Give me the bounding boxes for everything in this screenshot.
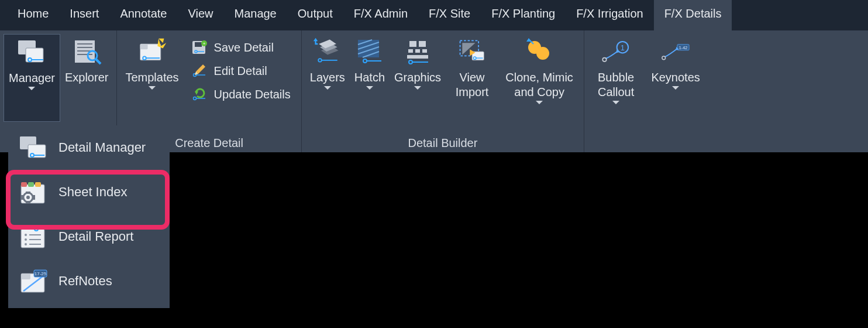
edit-detail-label: Edit Detail: [214, 64, 267, 78]
tab-fx-admin[interactable]: F/X Admin: [343, 0, 418, 30]
update-icon: [191, 86, 208, 103]
hatch-label: Hatch: [354, 70, 385, 85]
update-details-button[interactable]: Update Details: [187, 83, 294, 105]
tab-fx-irrigation[interactable]: F/X Irrigation: [566, 0, 653, 30]
graphics-icon: [402, 36, 433, 67]
dropdown-refnotes[interactable]: 17-25 RefNotes: [8, 259, 170, 303]
graphics-label: Graphics: [394, 70, 441, 85]
svg-rect-1: [18, 40, 25, 45]
templates-icon: [137, 36, 167, 67]
svg-text:+: +: [202, 41, 205, 46]
svg-rect-48: [422, 49, 427, 53]
view-import-icon: [457, 36, 487, 67]
layers-button[interactable]: Layers: [305, 34, 350, 122]
manager-label: Manager: [9, 71, 55, 86]
bubble-callout-icon: 1: [601, 36, 631, 67]
svg-point-88: [25, 234, 27, 236]
tab-fx-planting[interactable]: F/X Planting: [481, 0, 566, 30]
dropdown-caret-icon: [672, 86, 679, 90]
dropdown-sheet-index[interactable]: Sheet Index: [8, 170, 170, 214]
dropdown-caret-icon: [612, 101, 619, 104]
svg-text:1-42: 1-42: [679, 45, 687, 50]
dropdown-caret-icon: [536, 101, 543, 104]
svg-point-69: [662, 56, 666, 60]
clone-mimic-copy-label: Clone, Mimic and Copy: [503, 70, 576, 100]
svg-rect-83: [21, 195, 24, 200]
right-panel-title: [588, 134, 707, 150]
save-detail-button[interactable]: + Save Detail: [187, 36, 294, 59]
update-details-label: Update Details: [214, 88, 291, 101]
tab-output[interactable]: Output: [287, 0, 343, 30]
svg-line-11: [96, 59, 101, 64]
sheet-index-icon: [18, 178, 49, 206]
refnotes-icon: 17-25: [18, 267, 49, 295]
svg-rect-45: [419, 41, 426, 47]
tab-fx-site[interactable]: F/X Site: [418, 0, 481, 30]
detail-report-icon: [18, 223, 49, 251]
svg-point-42: [363, 59, 367, 63]
svg-marker-34: [314, 38, 318, 42]
explorer-icon: [71, 36, 102, 67]
hatch-button[interactable]: Hatch: [350, 34, 390, 122]
tab-home[interactable]: Home: [7, 0, 59, 30]
manager-icon: [16, 37, 47, 67]
bubble-callout-button[interactable]: 1 Bubble Callout: [588, 34, 644, 122]
dropdown-caret-icon: [324, 86, 331, 90]
tab-view[interactable]: View: [177, 0, 223, 30]
svg-point-28: [193, 97, 196, 100]
dropdown-item-label: Detail Report: [58, 229, 133, 244]
svg-point-80: [26, 196, 30, 199]
tab-manage[interactable]: Manage: [223, 0, 287, 30]
svg-marker-30: [195, 91, 198, 95]
dropdown-detail-report[interactable]: Detail Report: [8, 214, 170, 259]
edit-detail-button[interactable]: Edit Detail: [187, 60, 294, 82]
svg-point-35: [318, 59, 322, 62]
dropdown-caret-icon: [28, 87, 35, 90]
svg-rect-81: [26, 192, 30, 194]
detail-manager-icon: [18, 134, 49, 162]
tab-insert[interactable]: Insert: [59, 0, 109, 30]
dropdown-item-label: Sheet Index: [58, 184, 127, 200]
svg-rect-71: [20, 136, 27, 141]
svg-rect-82: [26, 201, 30, 203]
svg-rect-95: [21, 274, 30, 279]
svg-rect-13: [140, 44, 148, 49]
edit-icon: [191, 62, 208, 80]
keynotes-button[interactable]: 1-42 Keynotes: [644, 34, 707, 122]
svg-rect-78: [35, 182, 41, 187]
svg-rect-49: [407, 55, 428, 59]
dropdown-item-label: Detail Manager: [58, 140, 146, 155]
svg-text:17-25: 17-25: [35, 271, 47, 276]
manager-dropdown: Detail Manager Sheet Index: [8, 125, 170, 308]
layers-icon: [312, 36, 343, 67]
svg-rect-85: [21, 229, 44, 248]
dropdown-caret-icon: [414, 86, 421, 90]
view-import-label: View Import: [450, 70, 494, 100]
ribbon-tabbar: Home Insert Annotate View Manage Output …: [0, 0, 868, 30]
explorer-label: Explorer: [65, 70, 108, 85]
tab-fx-details[interactable]: F/X Details: [654, 0, 732, 30]
svg-rect-76: [21, 182, 27, 187]
bubble-callout-label: Bubble Callout: [593, 70, 639, 100]
templates-button[interactable]: Templates: [120, 34, 183, 122]
svg-rect-46: [408, 49, 413, 53]
manager-button[interactable]: Manager: [4, 34, 60, 122]
tab-annotate[interactable]: Annotate: [109, 0, 177, 30]
explorer-button[interactable]: Explorer: [60, 34, 113, 122]
hatch-icon: [354, 36, 385, 67]
layers-label: Layers: [310, 70, 345, 85]
detail-builder-panel-title: Detail Builder: [305, 134, 580, 150]
dropdown-detail-manager[interactable]: Detail Manager: [8, 125, 170, 170]
clone-mimic-copy-button[interactable]: Clone, Mimic and Copy: [498, 34, 580, 122]
graphics-button[interactable]: Graphics: [390, 34, 446, 122]
svg-point-59: [536, 47, 549, 60]
svg-rect-84: [32, 195, 35, 200]
keynotes-label: Keynotes: [651, 70, 700, 85]
view-import-button[interactable]: View Import: [446, 34, 498, 122]
svg-point-90: [25, 238, 27, 241]
save-icon: +: [191, 39, 208, 56]
svg-point-50: [409, 60, 412, 64]
svg-point-92: [25, 243, 27, 245]
svg-rect-47: [415, 49, 420, 53]
svg-text:1: 1: [621, 43, 625, 52]
